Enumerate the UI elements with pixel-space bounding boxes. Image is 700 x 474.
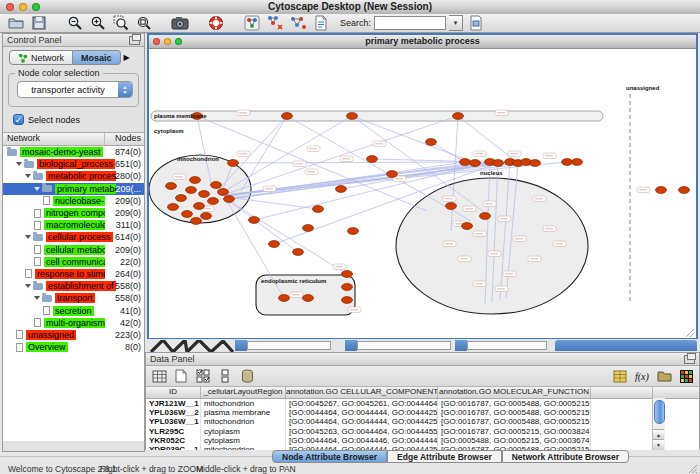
network-edge[interactable]	[229, 201, 298, 252]
canvas-resize-grip-icon[interactable]	[686, 329, 694, 337]
network-window-titlebar[interactable]: primary metabolic process	[149, 35, 696, 49]
zoom-out-icon[interactable]	[65, 15, 85, 32]
network-node[interactable]	[249, 217, 260, 224]
table-row[interactable]: YKR052Ccytoplasm[GO:0044464, GO:0044446,…	[146, 436, 699, 445]
network-node[interactable]	[191, 218, 202, 225]
network-node[interactable]	[228, 160, 239, 167]
network-node[interactable]	[282, 113, 293, 120]
table-row[interactable]: YPL036W__1mitochondrion[GO:0044464, GO:0…	[146, 417, 699, 426]
network-node[interactable]	[572, 159, 583, 166]
expander-icon[interactable]	[34, 187, 40, 191]
tree-row[interactable]: biological_process651(0)	[3, 158, 144, 170]
network-node[interactable]	[462, 223, 473, 230]
import-attributes-icon[interactable]	[611, 368, 629, 384]
select-nodes-checkbox[interactable]: ✓	[13, 114, 24, 125]
scrollbar-thumb[interactable]	[654, 400, 665, 424]
delete-attribute-icon[interactable]	[238, 368, 256, 384]
apply-layout-icon[interactable]	[265, 15, 285, 32]
search-input[interactable]	[374, 16, 446, 30]
select-attributes-icon[interactable]	[194, 368, 212, 384]
column-header[interactable]	[591, 387, 653, 398]
network-node[interactable]	[348, 228, 359, 235]
network-node[interactable]	[470, 160, 481, 167]
column-header[interactable]: ID	[146, 387, 201, 398]
background-window-titlebar[interactable]	[555, 340, 697, 351]
network-node[interactable]	[303, 295, 314, 302]
annotation-icon[interactable]	[311, 15, 331, 32]
background-window-corner[interactable]	[455, 340, 467, 351]
save-session-icon[interactable]	[29, 15, 49, 32]
table-row[interactable]: YJR121W__1mitochondrion[GO:0045267, GO:0…	[146, 399, 699, 408]
network-node[interactable]	[460, 159, 471, 166]
snapshot-icon[interactable]	[170, 15, 190, 32]
network-node[interactable]	[201, 213, 212, 220]
network-node[interactable]	[347, 113, 358, 120]
tab-edge-attribute-browser[interactable]: Edge Attribute Browser	[387, 450, 502, 463]
network-node[interactable]	[211, 182, 222, 189]
search-dropdown-arrow[interactable]: ▼	[449, 15, 463, 31]
zoom-fit-content-icon[interactable]	[134, 15, 154, 32]
network-node[interactable]	[313, 206, 324, 213]
background-window-corner[interactable]	[235, 340, 247, 351]
network-edge[interactable]	[431, 142, 465, 162]
unselect-attributes-icon[interactable]	[216, 368, 234, 384]
network-node[interactable]	[293, 249, 304, 256]
network-edge[interactable]	[219, 116, 287, 189]
background-window-fragment[interactable]	[357, 341, 451, 350]
network-node[interactable]	[336, 186, 347, 193]
network-node[interactable]	[679, 187, 690, 194]
network-node[interactable]	[199, 191, 210, 198]
network-node[interactable]	[387, 171, 398, 178]
network-node[interactable]	[279, 295, 290, 302]
network-node[interactable]	[176, 195, 187, 202]
expander-icon[interactable]	[25, 284, 31, 288]
heatmap-icon[interactable]	[677, 368, 695, 384]
network-node[interactable]	[182, 211, 193, 218]
function-builder-icon[interactable]: f(x)	[633, 368, 651, 384]
float-panel-icon[interactable]	[684, 355, 695, 364]
search-options-icon[interactable]	[466, 15, 486, 32]
network-node[interactable]	[194, 203, 205, 210]
network-node[interactable]	[342, 297, 353, 304]
network-node[interactable]	[186, 187, 197, 194]
background-window-corner[interactable]	[345, 340, 357, 351]
column-header[interactable]: annotation.GO MOLECULAR_FUNCTION	[438, 387, 591, 398]
more-tabs-arrow[interactable]: ▶	[124, 53, 130, 62]
network-node[interactable]	[426, 139, 437, 146]
new-attribute-icon[interactable]	[172, 368, 190, 384]
tree-row[interactable]: mosaic-demo-yeast874(0)	[3, 146, 144, 158]
attribute-table-icon[interactable]	[150, 368, 168, 384]
tree-row[interactable]: macromolecule311(0)	[3, 219, 144, 231]
column-header[interactable]: annotation.GO CELLULAR_COMPONENT	[286, 387, 438, 398]
tree-row[interactable]: nitrogen compo209(0)	[3, 207, 144, 219]
network-node[interactable]	[303, 225, 314, 232]
open-file-icon[interactable]	[6, 15, 26, 32]
table-row[interactable]: YLR295Ccytoplasm[GO:0045263, GO:0044464,…	[146, 427, 699, 436]
resize-grip-icon[interactable]	[688, 464, 698, 474]
expander-icon[interactable]	[25, 235, 31, 239]
expander-icon[interactable]	[34, 296, 40, 300]
network-node[interactable]	[166, 183, 177, 190]
node-color-dropdown[interactable]: transporter activity ▲▼	[17, 81, 133, 98]
network-node[interactable]	[562, 159, 573, 166]
open-attribute-file-icon[interactable]	[655, 368, 673, 384]
network-node[interactable]	[208, 198, 219, 205]
network-node[interactable]	[480, 213, 491, 220]
background-window-fragment[interactable]	[467, 341, 547, 350]
tab-network[interactable]: Network	[9, 50, 73, 65]
network-node[interactable]	[446, 203, 457, 210]
tree-col-network[interactable]: Network	[3, 133, 105, 145]
network-node[interactable]	[342, 271, 353, 278]
tree-row[interactable]: secretion41(0)	[3, 304, 144, 316]
tree-row[interactable]: unassigned223(0)	[3, 329, 144, 341]
expander-icon[interactable]	[25, 174, 31, 178]
tree-row[interactable]: multi-organism pro42(0)	[3, 317, 144, 329]
tab-network-attribute-browser[interactable]: Network Attribute Browser	[502, 450, 629, 463]
network-node[interactable]	[367, 156, 378, 163]
tree-row[interactable]: establishment of lo558(0)	[3, 280, 144, 292]
network-node[interactable]	[493, 160, 504, 167]
column-header[interactable]: _cellularLayoutRegion	[201, 387, 286, 398]
tree-row[interactable]: Overview8(0)	[3, 341, 144, 353]
background-window-fragment[interactable]	[247, 341, 331, 350]
network-canvas[interactable]: plasma membranecytoplasmmitochondrionnuc…	[149, 49, 696, 338]
